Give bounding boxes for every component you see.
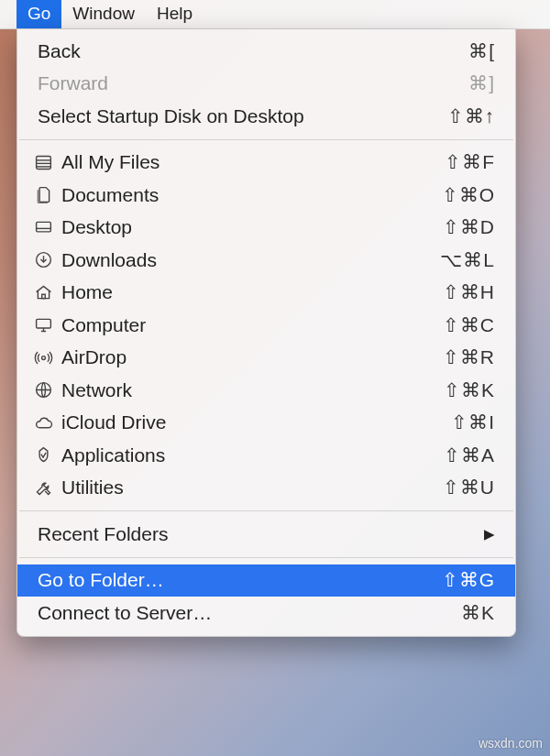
airdrop-icon [34,348,61,367]
menubar-item-go[interactable]: Go [16,0,61,28]
utilities-icon [34,478,61,498]
desktop-icon [34,218,61,237]
menu-item-shortcut: ⌥⌘L [440,249,495,271]
submenu-arrow-icon: ▶ [484,526,495,542]
menu-item-shortcut: ⌘] [468,72,495,94]
menu-item-desktop[interactable]: Desktop ⇧⌘D [17,212,515,245]
menu-item-shortcut: ⇧⌘I [451,411,495,433]
watermark: wsxdn.com [478,736,543,751]
home-icon [34,283,61,302]
menu-item-label: Computer [61,314,443,336]
menu-item-shortcut: ⇧⌘H [443,281,495,303]
svg-point-9 [42,356,46,359]
menu-item-utilities[interactable]: Utilities ⇧⌘U [17,472,515,505]
menu-item-back[interactable]: Back ⌘[ [17,35,515,68]
menu-item-network[interactable]: Network ⇧⌘K [17,374,515,407]
menu-item-shortcut: ⇧⌘D [443,216,495,238]
menu-item-label: Select Startup Disk on Desktop [38,105,447,127]
menu-item-label: Downloads [61,249,440,271]
menu-item-home[interactable]: Home ⇧⌘H [17,277,515,310]
menu-item-label: Network [61,379,444,401]
menu-item-label: Recent Folders [38,523,484,545]
icloud-icon [34,413,61,433]
menubar-item-window[interactable]: Window [61,0,146,28]
documents-icon [34,185,61,204]
menu-item-shortcut: ⇧⌘O [442,184,495,206]
menu-item-label: Back [38,40,468,62]
menu-item-shortcut: ⇧⌘R [443,346,495,368]
network-icon [34,380,61,400]
svg-rect-7 [42,294,46,298]
menu-item-label: Home [61,281,443,303]
menu-item-shortcut: ⇧⌘F [445,151,495,173]
menu-item-label: AirDrop [61,346,443,368]
menu-item-documents[interactable]: Documents ⇧⌘O [17,179,515,212]
menu-item-shortcut: ⇧⌘C [443,314,495,336]
menu-item-label: Forward [38,72,468,94]
menu-item-label: Desktop [61,216,443,238]
menu-separator [19,557,513,558]
menu-separator [19,510,513,511]
menu-item-shortcut: ⌘K [461,602,495,624]
go-menu-dropdown: Back ⌘[ Forward ⌘] Select Startup Disk o… [16,29,516,637]
applications-icon [34,445,61,465]
menu-item-all-my-files[interactable]: All My Files ⇧⌘F [17,147,515,180]
menu-item-shortcut: ⇧⌘↑ [447,105,496,127]
menu-item-icloud-drive[interactable]: iCloud Drive ⇧⌘I [17,407,515,440]
menu-item-computer[interactable]: Computer ⇧⌘C [17,309,515,342]
menu-item-label: Utilities [61,477,443,499]
menu-item-label: Go to Folder… [38,569,442,591]
menu-item-applications[interactable]: Applications ⇧⌘A [17,439,515,472]
menu-item-forward: Forward ⌘] [17,68,515,101]
svg-rect-8 [37,320,51,329]
menu-item-go-to-folder[interactable]: Go to Folder… ⇧⌘G [17,564,515,597]
all-files-icon [34,153,61,172]
menu-item-label: All My Files [61,151,445,173]
menu-item-connect-to-server[interactable]: Connect to Server… ⌘K [17,597,515,630]
menu-item-label: Applications [61,444,444,466]
menu-separator [19,139,513,140]
menu-item-label: Documents [61,184,442,206]
menu-item-label: Connect to Server… [38,602,461,624]
menu-item-shortcut: ⇧⌘K [444,379,495,401]
menu-item-recent-folders[interactable]: Recent Folders ▶ [17,518,515,551]
menu-item-shortcut: ⇧⌘G [442,569,495,591]
menu-item-shortcut: ⌘[ [468,40,495,62]
menubar: Go Window Help [0,0,550,29]
menu-item-shortcut: ⇧⌘U [443,477,495,499]
menu-item-shortcut: ⇧⌘A [444,444,495,466]
menu-item-select-startup-disk[interactable]: Select Startup Disk on Desktop ⇧⌘↑ [17,100,515,133]
downloads-icon [34,250,61,269]
menu-item-label: iCloud Drive [61,411,451,433]
menubar-item-help[interactable]: Help [146,0,204,28]
menu-item-airdrop[interactable]: AirDrop ⇧⌘R [17,342,515,375]
computer-icon [34,315,61,334]
menu-item-downloads[interactable]: Downloads ⌥⌘L [17,244,515,277]
svg-rect-4 [37,222,51,232]
